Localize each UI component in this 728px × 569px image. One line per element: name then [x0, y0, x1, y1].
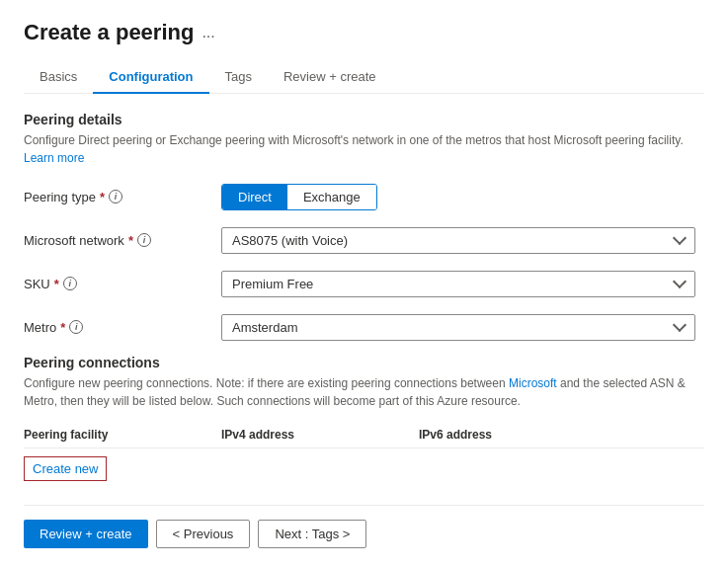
sku-chevron-icon: [673, 275, 687, 288]
microsoft-network-control[interactable]: AS8075 (with Voice): [221, 227, 695, 254]
microsoft-link[interactable]: Microsoft: [509, 376, 557, 390]
metro-required: *: [60, 320, 65, 335]
sku-required: *: [54, 277, 59, 291]
peering-type-row: Peering type * i Direct Exchange: [24, 181, 704, 212]
peering-connections-section: Peering connections Configure new peerin…: [24, 355, 704, 489]
metro-label: Metro * i: [24, 320, 221, 335]
create-new-link[interactable]: Create new: [24, 456, 107, 481]
peering-type-toggle[interactable]: Direct Exchange: [221, 184, 377, 210]
peering-type-control: Direct Exchange: [221, 184, 695, 210]
ellipsis-menu-icon[interactable]: ...: [202, 24, 214, 41]
sku-value: Premium Free: [232, 277, 313, 291]
sku-label: SKU * i: [24, 277, 221, 291]
sku-info-icon[interactable]: i: [63, 277, 77, 290]
microsoft-network-dropdown[interactable]: AS8075 (with Voice): [221, 227, 695, 254]
review-create-button[interactable]: Review + create: [24, 520, 148, 548]
peering-type-label: Peering type * i: [24, 190, 221, 204]
microsoft-network-label: Microsoft network * i: [24, 233, 221, 248]
peering-details-desc: Configure Direct peering or Exchange pee…: [24, 131, 704, 167]
microsoft-network-info-icon[interactable]: i: [137, 233, 151, 247]
metro-control[interactable]: Amsterdam: [221, 314, 695, 341]
peering-type-required: *: [100, 190, 105, 204]
table-body: Create new: [24, 448, 704, 489]
metro-value: Amsterdam: [232, 320, 297, 335]
exchange-toggle-btn[interactable]: Exchange: [287, 185, 376, 209]
tabs-bar: Basics Configuration Tags Review + creat…: [24, 61, 704, 94]
microsoft-network-row: Microsoft network * i AS8075 (with Voice…: [24, 224, 704, 256]
sku-control[interactable]: Premium Free: [221, 271, 695, 297]
metro-chevron-icon: [673, 318, 687, 332]
tab-configuration[interactable]: Configuration: [93, 61, 208, 94]
page-title: Create a peering: [24, 20, 194, 45]
peering-details-section: Peering details Configure Direct peering…: [24, 112, 704, 343]
col-header-ipv4: IPv4 address: [221, 428, 419, 442]
footer-buttons: Review + create < Previous Next : Tags >: [24, 520, 704, 548]
peering-connections-desc: Configure new peering connections. Note:…: [24, 374, 704, 410]
peering-connections-title: Peering connections: [24, 355, 704, 370]
tab-basics[interactable]: Basics: [24, 61, 93, 94]
col-header-facility: Peering facility: [24, 428, 221, 442]
microsoft-network-chevron-icon: [673, 231, 687, 245]
next-tags-button[interactable]: Next : Tags >: [258, 520, 366, 548]
metro-dropdown[interactable]: Amsterdam: [221, 314, 695, 341]
tab-tags[interactable]: Tags: [209, 61, 268, 94]
tab-review-create[interactable]: Review + create: [268, 61, 392, 94]
col-header-ipv6: IPv6 address: [419, 428, 616, 442]
peering-type-info-icon[interactable]: i: [109, 190, 122, 203]
learn-more-link[interactable]: Learn more: [24, 151, 84, 165]
microsoft-network-required: *: [128, 233, 133, 248]
microsoft-network-value: AS8075 (with Voice): [232, 233, 348, 248]
footer-divider: [24, 505, 704, 506]
peering-details-title: Peering details: [24, 112, 704, 127]
sku-dropdown[interactable]: Premium Free: [221, 271, 695, 297]
previous-button[interactable]: < Previous: [156, 520, 251, 548]
direct-toggle-btn[interactable]: Direct: [222, 185, 287, 209]
table-header: Peering facility IPv4 address IPv6 addre…: [24, 422, 704, 448]
metro-row: Metro * i Amsterdam: [24, 311, 704, 343]
metro-info-icon[interactable]: i: [69, 320, 83, 334]
sku-row: SKU * i Premium Free: [24, 268, 704, 299]
